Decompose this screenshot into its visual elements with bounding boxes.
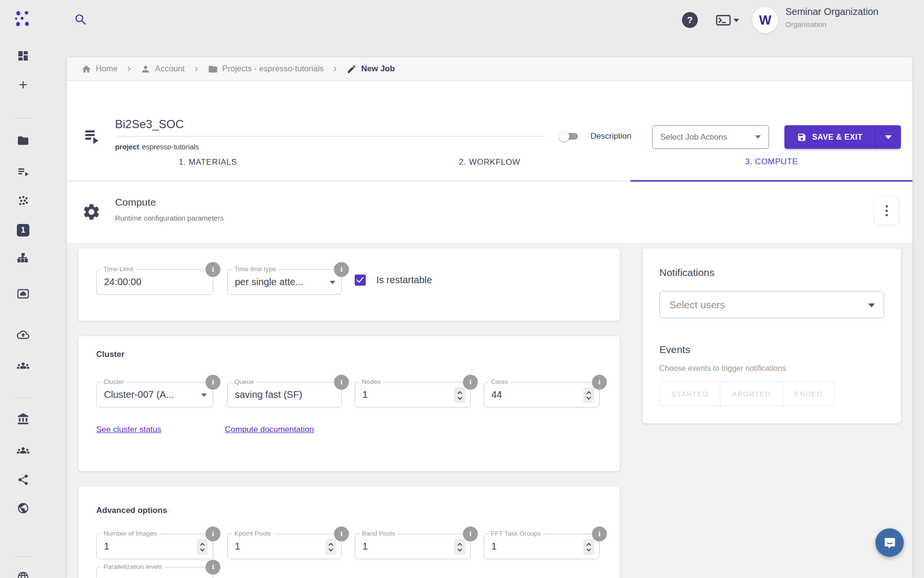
info-icon[interactable] [592,526,607,541]
kebab-menu-icon[interactable] [873,196,899,225]
chevron-down-icon [885,135,892,139]
compute-section-header: Compute Runtime configuration parameters [67,182,912,243]
home-icon [81,64,91,74]
search-icon[interactable] [73,13,89,28]
fft-task-groups-stepper[interactable]: FFT Task Groups 1 [484,534,600,559]
stepper-arrows-icon[interactable] [454,539,465,555]
parallelization-levels-field[interactable]: Parallelization levels [96,567,213,578]
compute-content: Time Limit 24:00:00 Time limit type per … [67,243,912,578]
queue-field[interactable]: Queue saving fast (SF) [227,382,342,407]
breadcrumb-projects[interactable]: Projects - espresso-tutorials [208,64,324,74]
console-menu-icon[interactable] [716,13,741,27]
job-title[interactable]: Bi2Se3_SOC [115,118,543,137]
stepper-arrows-icon[interactable] [583,539,594,555]
person-icon [141,64,151,74]
compute-documentation-link[interactable]: Compute documentation [225,425,314,434]
info-icon[interactable] [334,262,349,277]
info-icon[interactable] [205,526,220,541]
event-ended-button[interactable]: ENDED [783,381,835,406]
kpoint-pools-stepper[interactable]: Kpoint Pools 1 [227,534,342,559]
info-icon[interactable] [205,560,220,575]
job-details-icon[interactable] [83,126,103,146]
sidebar-item-language-globe[interactable] [17,571,29,578]
org-switcher[interactable]: Seminar Organization Organisation [785,6,878,28]
sidebar-item-team-group[interactable] [17,359,29,372]
event-aborted-button[interactable]: ABORTED [720,381,783,406]
help-icon[interactable] [682,12,698,28]
field-value: 1 [104,534,194,559]
select-job-actions-dropdown[interactable]: Select Job Actions [652,125,769,149]
time-limit-card: Time Limit 24:00:00 Time limit type per … [78,249,620,321]
is-restartable-checkbox[interactable]: Is restartable [355,275,432,286]
stepper-arrows-icon[interactable] [583,387,594,403]
org-role: Organisation [785,20,878,28]
sidebar-item-public-globe[interactable] [17,502,29,514]
stepper-arrows-icon[interactable] [325,539,336,555]
info-icon[interactable] [205,375,220,390]
field-value: 44 [491,382,581,407]
stepper-arrows-icon[interactable] [454,387,465,403]
time-limit-field[interactable]: Time Limit 24:00:00 [96,269,213,295]
project-name: espresso-tutorials [142,143,199,151]
field-value: 1 [491,534,581,559]
sidebar-item-workflows-tree[interactable] [17,251,29,264]
info-icon[interactable] [592,375,607,390]
sidebar-item-jobs-playlist[interactable] [17,165,29,178]
tab-compute[interactable]: 3. COMPUTE [630,144,912,182]
pencil-icon [346,64,357,74]
sidebar-item-org-group[interactable] [17,444,29,457]
info-icon[interactable] [463,526,478,541]
time-limit-type-select[interactable]: Time limit type per single atte... [227,269,342,295]
sidebar: 1 [0,0,46,578]
project-label: project [115,143,139,151]
cluster-select[interactable]: Cluster Cluster-007 (A... [96,382,213,407]
events-hint: Choose events to trigger notifications [659,364,786,373]
advanced-options-card: Advanced options Number of Images 1 Kpoi… [78,486,620,578]
description-toggle[interactable] [559,131,580,142]
cores-stepper[interactable]: Cores 44 [484,382,600,407]
notifications-heading: Notifications [659,267,714,278]
sidebar-item-media-cloud[interactable] [17,288,29,300]
info-icon[interactable] [205,262,220,277]
checkbox-checked-icon [355,275,366,286]
field-value: Cluster-007 (A... [104,382,194,407]
app-logo-icon[interactable] [13,10,33,29]
info-icon[interactable] [463,375,478,390]
field-value: saving fast (SF) [235,382,323,407]
breadcrumb-account[interactable]: Account [141,64,184,74]
number-of-images-stepper[interactable]: Number of Images 1 [96,534,213,559]
cluster-card: Cluster Cluster Cluster-007 (A... Queue … [78,336,620,471]
nodes-stepper[interactable]: Nodes 1 [355,382,471,407]
event-started-button[interactable]: STARTED [659,381,720,406]
event-button-group: STARTED ABORTED ENDED [659,381,834,406]
sidebar-item-institution-bank[interactable] [17,413,29,425]
chat-launcher[interactable] [875,528,904,557]
field-value: 1 [362,534,452,559]
sidebar-divider [14,556,32,557]
chat-bubble-icon [883,536,897,550]
sidebar-divider [14,118,32,118]
field-value: 1 [235,534,323,559]
advanced-heading: Advanced options [96,506,167,515]
sidebar-item-create-new[interactable] [17,79,29,91]
breadcrumb-home[interactable]: Home [81,64,117,74]
cluster-heading: Cluster [96,350,125,359]
sidebar-item-share[interactable] [17,473,29,486]
stepper-arrows-icon[interactable] [197,539,208,555]
info-icon[interactable] [334,526,349,541]
save-icon [797,132,807,142]
band-pools-stepper[interactable]: Band Pools 1 [355,534,471,559]
sidebar-item-filter-one[interactable]: 1 [17,224,29,236]
section-title: Compute [115,197,156,208]
save-and-exit-button[interactable]: SAVE & EXIT [784,125,875,149]
avatar[interactable]: W [752,7,778,33]
save-options-caret[interactable] [875,125,901,149]
select-users-dropdown[interactable]: Select users [659,291,884,318]
sidebar-item-materials-dots[interactable] [17,194,29,207]
see-cluster-status-link[interactable]: See cluster status [96,425,161,434]
info-icon[interactable] [334,375,349,390]
sidebar-item-cloud-upload[interactable] [17,328,29,341]
sidebar-item-dashboard[interactable] [17,50,29,62]
field-value: per single atte... [235,270,323,294]
sidebar-item-projects-folder[interactable] [17,134,29,147]
